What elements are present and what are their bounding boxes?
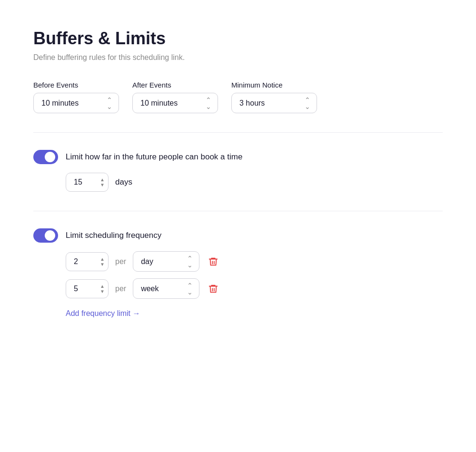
freq-period-select-1[interactable]: day week month	[133, 251, 199, 272]
freq-count-input-1[interactable]	[66, 252, 109, 271]
after-events-select[interactable]: 0 minutes 5 minutes 10 minutes 15 minute…	[132, 93, 218, 113]
future-limit-toggle[interactable]	[33, 150, 58, 164]
before-events-field: Before Events 0 minutes 5 minutes 10 min…	[33, 81, 119, 113]
frequency-row-2: ▲ ▼ per day week month ⌃⌄	[66, 278, 443, 299]
per-label-2: per	[115, 285, 126, 293]
page-subtitle: Define buffering rules for this scheduli…	[33, 53, 443, 62]
freq-count-input-2[interactable]	[66, 279, 109, 298]
add-frequency-limit-button[interactable]: Add frequency limit →	[66, 309, 140, 318]
per-label-1: per	[115, 257, 126, 266]
frequency-limit-label: Limit scheduling frequency	[66, 231, 161, 240]
days-spinner-wrapper: ▲ ▼	[66, 173, 109, 192]
after-events-label: After Events	[132, 81, 218, 89]
before-events-select[interactable]: 0 minutes 5 minutes 10 minutes 15 minute…	[33, 93, 119, 113]
delete-freq-row-1-button[interactable]	[206, 255, 220, 269]
freq-spinner-wrapper-1: ▲ ▼	[66, 252, 109, 271]
minimum-notice-select-wrapper: 0 hours 1 hour 2 hours 3 hours 6 hours 1…	[231, 93, 317, 113]
days-unit-label: days	[115, 177, 132, 187]
minimum-notice-label: Minimum Notice	[231, 81, 317, 89]
after-events-select-wrapper: 0 minutes 5 minutes 10 minutes 15 minute…	[132, 93, 218, 113]
frequency-limit-toggle-row: Limit scheduling frequency	[33, 228, 443, 243]
frequency-limit-toggle[interactable]	[33, 228, 58, 243]
freq-spinner-wrapper-2: ▲ ▼	[66, 279, 109, 298]
divider-1	[33, 132, 443, 133]
frequency-limit-section: Limit scheduling frequency ▲ ▼ per day w…	[33, 228, 443, 318]
freq-period-select-wrapper-1: day week month ⌃⌄	[133, 251, 199, 272]
future-limit-slider	[33, 150, 58, 164]
frequency-row-1: ▲ ▼ per day week month ⌃⌄	[66, 251, 443, 272]
before-events-label: Before Events	[33, 81, 119, 89]
future-limit-label: Limit how far in the future people can b…	[66, 152, 242, 162]
future-limit-toggle-row: Limit how far in the future people can b…	[33, 150, 443, 164]
after-events-field: After Events 0 minutes 5 minutes 10 minu…	[132, 81, 218, 113]
future-limit-days-row: ▲ ▼ days	[66, 173, 443, 192]
days-input[interactable]	[66, 173, 109, 192]
frequency-limit-slider	[33, 228, 58, 243]
buffer-fields-row: Before Events 0 minutes 5 minutes 10 min…	[33, 81, 443, 113]
page-title: Buffers & Limits	[33, 29, 443, 49]
minimum-notice-field: Minimum Notice 0 hours 1 hour 2 hours 3 …	[231, 81, 317, 113]
before-events-select-wrapper: 0 minutes 5 minutes 10 minutes 15 minute…	[33, 93, 119, 113]
freq-period-select-2[interactable]: day week month	[133, 278, 199, 299]
minimum-notice-select[interactable]: 0 hours 1 hour 2 hours 3 hours 6 hours 1…	[231, 93, 317, 113]
delete-freq-row-2-button[interactable]	[206, 282, 220, 296]
freq-period-select-wrapper-2: day week month ⌃⌄	[133, 278, 199, 299]
future-limit-section: Limit how far in the future people can b…	[33, 150, 443, 192]
divider-2	[33, 211, 443, 211]
